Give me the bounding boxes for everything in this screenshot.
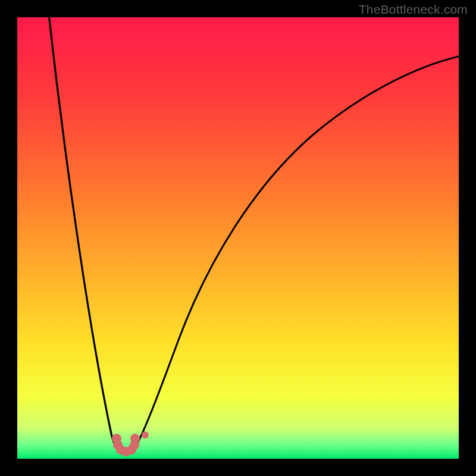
chart-plot-area	[17, 17, 459, 459]
chart-frame: TheBottleneck.com	[0, 0, 476, 476]
bottleneck-curve	[17, 17, 459, 459]
outlier-marker	[142, 431, 149, 439]
svg-point-7	[130, 434, 140, 443]
valley-marker-cluster	[112, 434, 140, 456]
watermark-text: TheBottleneck.com	[359, 2, 468, 17]
